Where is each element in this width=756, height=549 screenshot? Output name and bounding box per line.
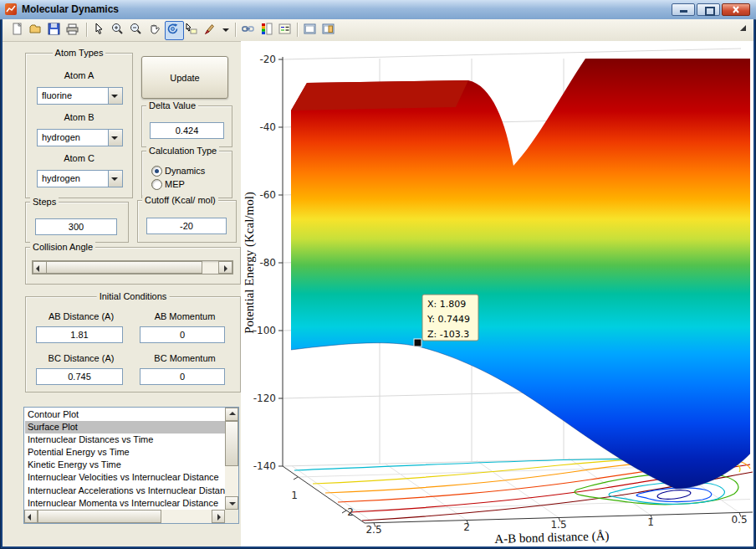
titlebar: Molecular Dynamics	[0, 0, 756, 20]
atom-a-dropdown[interactable]: fluorine	[37, 87, 123, 105]
insert-legend-icon	[278, 22, 292, 36]
radio-selected-dot	[155, 169, 159, 173]
toolbar-separator	[297, 23, 298, 37]
dynamics-radio[interactable]	[151, 166, 162, 177]
rotate-3d-button[interactable]	[165, 21, 184, 40]
steps-field[interactable]	[35, 218, 117, 235]
mep-radio[interactable]	[151, 179, 162, 190]
datatip-marker[interactable]	[414, 339, 421, 346]
minimize-button[interactable]	[672, 3, 695, 16]
vscroll-thumb[interactable]	[225, 421, 238, 466]
calculation-type-title: Calculation Type	[146, 146, 219, 156]
collision-angle-panel: Collision Angle	[25, 247, 241, 285]
edit-plot-button[interactable]	[91, 21, 110, 40]
datatip: X: 1.809 Y: 0.7449 Z: -103.3	[414, 295, 478, 346]
zoom-out-icon	[129, 22, 143, 36]
maximize-button[interactable]	[697, 3, 720, 16]
xtick: 1.5	[550, 519, 566, 531]
maximize-icon	[705, 7, 715, 16]
list-item-kinetic-energy[interactable]: Kinetic Energy vs Time	[25, 459, 225, 471]
vertical-scrollbar[interactable]	[225, 408, 238, 510]
collision-angle-title: Collision Angle	[30, 242, 95, 252]
brush-dropdown-button[interactable]	[220, 21, 231, 38]
horizontal-scrollbar[interactable]	[24, 510, 225, 523]
slider-thumb[interactable]	[46, 261, 202, 274]
cutoff-panel: Cutoff (Kcal/ mol)	[137, 200, 237, 243]
zoom-out-button[interactable]	[128, 21, 147, 40]
brush-button[interactable]	[202, 21, 221, 40]
open-file-button[interactable]	[28, 21, 47, 40]
initial-conditions-title: Initial Conditions	[97, 291, 170, 301]
close-icon	[723, 4, 749, 15]
scroll-up-button[interactable]	[225, 408, 238, 421]
data-cursor-button[interactable]	[183, 21, 202, 40]
scrollbar-corner	[225, 510, 238, 523]
bc-distance-field[interactable]	[36, 368, 123, 385]
list-item-surface-plot[interactable]: Surface Plot	[25, 421, 225, 434]
steps-panel: Steps	[25, 202, 129, 243]
close-button[interactable]	[722, 3, 750, 16]
link-plot-button[interactable]	[240, 21, 259, 40]
figure-content: Atom Types Atom A fluorine Atom B hydrog…	[3, 19, 753, 546]
y-axis-label: Potential Energy (Kcal/mol)	[243, 192, 257, 334]
hide-plot-tools-button[interactable]	[302, 21, 321, 40]
bc-distance-label: BC Distance (A)	[34, 353, 128, 363]
xtick: 2	[463, 521, 470, 533]
arrow-left-icon	[36, 265, 39, 272]
list-item-potential-energy[interactable]: Potential Energy vs Time	[25, 446, 225, 459]
atom-b-dropdown-button[interactable]	[108, 130, 122, 146]
figure-toolbar	[3, 19, 753, 42]
slider-left-button[interactable]	[33, 261, 47, 274]
hscroll-thumb[interactable]	[38, 510, 161, 523]
print-figure-button[interactable]	[64, 21, 84, 40]
plot-type-list: Contour Plot Surface Plot Internuclear D…	[25, 408, 225, 510]
new-figure-button[interactable]	[9, 21, 28, 40]
dropdown-arrow-icon	[111, 177, 118, 184]
ab-distance-field[interactable]	[36, 326, 123, 343]
list-item-internuclear-velocities[interactable]: Internuclear Velocities vs Internuclear …	[25, 471, 225, 484]
atom-b-dropdown[interactable]: hydrogen	[37, 129, 123, 146]
toolbar-separator	[86, 23, 87, 37]
toolbar-overflow-icon[interactable]	[740, 25, 752, 37]
cutoff-field[interactable]	[146, 218, 227, 234]
show-plot-tools-button[interactable]	[320, 21, 340, 40]
atom-c-dropdown-button[interactable]	[108, 171, 122, 187]
list-item-internuclear-distances[interactable]: Internuclear Distances vs Time	[25, 434, 225, 446]
arrow-right-icon	[224, 265, 227, 272]
atom-b-label: Atom B	[26, 112, 132, 122]
bc-momentum-label: BC Momentum	[138, 353, 232, 363]
arrow-left-icon	[28, 514, 31, 521]
dropdown-arrow-icon	[111, 95, 118, 101]
plot-type-listbox: Contour Plot Surface Plot Internuclear D…	[23, 407, 239, 524]
pan-button[interactable]	[146, 21, 166, 40]
collision-angle-slider[interactable]	[32, 260, 233, 274]
ab-momentum-field[interactable]	[140, 326, 225, 343]
datatip-x: X: 1.809	[427, 299, 466, 310]
list-item-internuclear-accelerations[interactable]: Internuclear Accelerations vs Internucle…	[25, 485, 225, 497]
atom-a-dropdown-button[interactable]	[108, 88, 122, 104]
insert-legend-button[interactable]	[277, 21, 296, 40]
update-button[interactable]: Update	[141, 56, 228, 99]
scroll-right-button[interactable]	[212, 510, 225, 523]
insert-colorbar-button[interactable]	[258, 21, 278, 40]
scroll-left-button[interactable]	[24, 510, 38, 523]
xtick: 1	[647, 516, 654, 528]
atom-c-dropdown[interactable]: hydrogen	[37, 170, 123, 187]
slider-right-button[interactable]	[218, 261, 232, 274]
surface-plot-canvas[interactable]: -20 -40 -60 -80 -100 -120 -140 2.5 2 1.5…	[241, 41, 753, 546]
list-item-internuclear-momenta[interactable]: Internuclear Momenta vs Internuclear Dis…	[25, 497, 225, 510]
save-figure-button[interactable]	[46, 21, 65, 40]
list-item-contour-plot[interactable]: Contour Plot	[25, 408, 225, 421]
pan-icon	[147, 22, 161, 36]
mep-radio-label: MEP	[165, 179, 185, 189]
arrow-right-icon	[217, 514, 221, 521]
zoom-in-button[interactable]	[110, 21, 129, 40]
scroll-down-button[interactable]	[225, 496, 238, 510]
delta-value-field[interactable]	[150, 122, 224, 139]
ytick: -80	[259, 257, 276, 269]
dynamics-radio-label: Dynamics	[165, 166, 205, 176]
datatip-y: Y: 0.7449	[427, 314, 470, 325]
rotate-3d-icon	[166, 22, 180, 36]
bc-momentum-field[interactable]	[140, 368, 225, 385]
atom-a-label: Atom A	[26, 70, 132, 80]
